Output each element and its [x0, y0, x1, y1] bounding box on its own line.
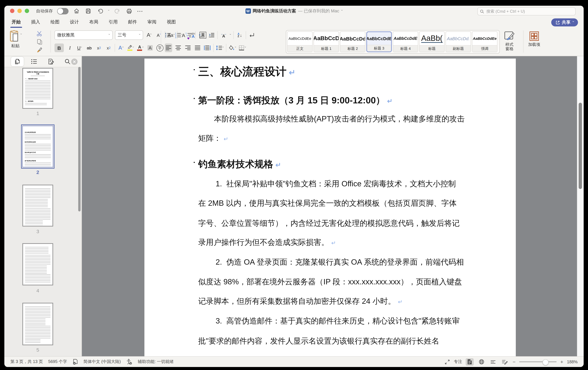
style-normal[interactable]: AaBbCcDdEe正文: [287, 32, 313, 52]
search-input[interactable]: [486, 9, 573, 14]
save-icon[interactable]: [84, 7, 92, 15]
undo-icon[interactable]: [96, 7, 104, 15]
sidebar-tab-thumbnails[interactable]: [11, 57, 24, 66]
doc-list-line[interactable]: 1. 社保局"补贴申领"钓鱼文档：采用 Office 宏病毒技术，文档大小控制: [216, 178, 456, 189]
justify-button[interactable]: [194, 44, 201, 52]
web-layout-view-button[interactable]: [478, 358, 485, 366]
cut-icon[interactable]: [36, 31, 43, 37]
zoom-slider[interactable]: [519, 359, 557, 364]
shading-button[interactable]: [229, 44, 236, 52]
more-commands-icon[interactable]: ···: [137, 8, 143, 14]
page-thumbnail-5[interactable]: [22, 303, 53, 345]
font-color-button[interactable]: A: [137, 44, 144, 52]
page-thumbnail-4[interactable]: [22, 243, 53, 285]
align-left-button[interactable]: [165, 44, 172, 52]
document-page[interactable]: 三、核心流程设计↵ 第一阶段：诱饵投放（3 月 15 日 9:00-12:00）…: [144, 59, 516, 356]
language-indicator[interactable]: 简体中文 (中国大陆): [84, 359, 121, 365]
tab-references[interactable]: 引用: [108, 18, 118, 26]
italic-button[interactable]: I: [66, 44, 74, 52]
paste-chevron-icon[interactable]: [21, 34, 22, 36]
style-heading1[interactable]: AaBbCcD标题 1: [314, 32, 339, 52]
share-button[interactable]: 共享: [551, 18, 578, 26]
sidebar-scrollbar[interactable]: [78, 67, 81, 211]
text-effects-button[interactable]: A: [117, 44, 125, 52]
font-size-select[interactable]: 三号: [115, 31, 143, 40]
sidebar-tab-headings[interactable]: [28, 57, 41, 66]
borders-button[interactable]: [239, 44, 246, 52]
accessibility-icon[interactable]: [126, 359, 133, 365]
doc-body-line[interactable]: 批"要求的邮件内容，发件人显示名设置为该银行真实存在的副行长姓名: [198, 335, 439, 347]
doc-list-line[interactable]: 3. 高管伪造邮件：基于真实的邮件往来历史，精心设计包含"紧急转账审: [216, 315, 460, 326]
word-count[interactable]: 5695 个字: [48, 359, 67, 365]
page-thumbnail-1[interactable]: "渔网行动"网络安全钓鱼演练活动方案 一、方案背景与目标 二、组织架构: [22, 68, 53, 109]
enclose-characters-button[interactable]: 字: [156, 44, 163, 52]
tab-layout[interactable]: 布局: [89, 18, 99, 26]
format-painter-icon[interactable]: [36, 46, 43, 53]
show-marks-button[interactable]: [249, 31, 256, 40]
save-status[interactable]: — 已保存到我的 Mac: [298, 8, 339, 14]
accessibility-status[interactable]: 辅助功能: 一切就绪: [138, 359, 174, 365]
doc-body-line[interactable]: 字号、公章位置等细节），内含经过无害化处理的模拟恶意代码，触发后将记: [198, 218, 460, 229]
draft-view-button[interactable]: [501, 358, 509, 366]
proofing-status-icon[interactable]: [72, 359, 78, 365]
doc-body-line[interactable]: 记录脚本，但所有采集数据将自动加密并仅保存 24 小时。↵: [198, 295, 403, 308]
tab-draw[interactable]: 绘图: [50, 18, 60, 26]
grow-font-button[interactable]: Aˆ: [145, 31, 153, 40]
zoom-percent[interactable]: 188%: [567, 359, 578, 364]
style-heading4[interactable]: AaBbCcDdE标题 4: [393, 32, 418, 52]
style-title[interactable]: AaBb(标题: [419, 32, 445, 52]
align-center-button[interactable]: [175, 44, 182, 52]
numbering-button[interactable]: 123: [175, 31, 183, 40]
doc-body-line[interactable]: 本阶段将模拟高级持续性威胁(APT)攻击者的行为模式，构建多维度的攻击: [214, 113, 465, 124]
print-layout-view-button[interactable]: [466, 358, 474, 366]
highlight-button[interactable]: [127, 44, 134, 52]
doc-heading1[interactable]: 三、核心流程设计↵: [198, 66, 295, 78]
style-subtitle[interactable]: AaBbCcDd.副标题: [446, 32, 471, 52]
style-heading2[interactable]: AaBbCcDd标题 2: [340, 32, 365, 52]
line-spacing-button[interactable]: [216, 44, 224, 52]
close-sidebar-button[interactable]: ✕: [71, 59, 78, 65]
page-thumbnail-3[interactable]: [22, 185, 53, 227]
doc-heading2[interactable]: 第一阶段：诱饵投放（3 月 15 日 9:00-12:00）↵: [198, 95, 393, 107]
tab-insert[interactable]: 插入: [31, 18, 41, 26]
zoom-out-button[interactable]: −: [513, 359, 516, 365]
sidebar-tab-edits[interactable]: [44, 57, 57, 66]
document-scrollbar-thumb[interactable]: [579, 103, 582, 189]
doc-body-line[interactable]: 似度达 98%，部署在境外云服务器（IP 段：xxx.xxx.xxx.xxx），…: [198, 276, 462, 287]
asian-layout-button[interactable]: ←→A: [220, 31, 227, 40]
print-icon[interactable]: [126, 7, 133, 15]
search-field[interactable]: [477, 7, 576, 15]
tab-view[interactable]: 视图: [166, 18, 177, 26]
outline-view-button[interactable]: [489, 358, 497, 366]
page-thumbnail-2-selected[interactable]: 主办单位职责说明 技术支持单位说明 协办单位参与方式 参与机构名单管理: [22, 126, 53, 167]
character-shading-button[interactable]: A: [147, 44, 154, 52]
align-right-button[interactable]: [184, 44, 191, 52]
increase-indent-button[interactable]: [208, 31, 215, 40]
style-heading3-selected[interactable]: AaBbCcDdE标题 3: [366, 32, 392, 52]
style-emphasis[interactable]: AaBbCcDdEe强调: [472, 32, 497, 52]
tab-design[interactable]: 设计: [69, 18, 80, 26]
doc-body-line[interactable]: 在 2MB 以内，使用与真实社保局完全一致的文档模板（包括页眉页脚、字体: [198, 197, 457, 209]
tab-mailings[interactable]: 邮件: [127, 18, 138, 26]
title-chevron-icon[interactable]: [341, 11, 343, 13]
focus-expand-icon[interactable]: [445, 359, 450, 364]
tab-home[interactable]: 开始: [11, 18, 21, 26]
tab-review[interactable]: 审阅: [147, 18, 157, 26]
paste-icon[interactable]: [9, 30, 20, 43]
fullscreen-window-button[interactable]: [25, 9, 29, 13]
page-indicator[interactable]: 第 3 页，共 13 页: [10, 359, 43, 365]
document-scrollbar-track[interactable]: [577, 56, 584, 356]
style-pane-button[interactable]: 样式窗格: [504, 31, 515, 51]
doc-body-line[interactable]: 矩阵：↵: [198, 132, 228, 145]
multilevel-list-button[interactable]: 1ai: [185, 31, 193, 40]
paste-label[interactable]: 粘贴: [9, 43, 22, 49]
focus-label[interactable]: 专注: [454, 359, 462, 365]
subscript-button[interactable]: x2: [95, 44, 103, 52]
font-name-select[interactable]: 微软雅黑: [54, 31, 113, 40]
sort-button[interactable]: AZ↓: [236, 31, 243, 40]
copy-icon[interactable]: [36, 38, 43, 45]
decrease-indent-button[interactable]: [198, 31, 205, 40]
distribute-text-button[interactable]: [204, 44, 211, 52]
shrink-font-button[interactable]: Aˇ: [155, 31, 162, 40]
autosave-toggle[interactable]: [57, 8, 69, 14]
